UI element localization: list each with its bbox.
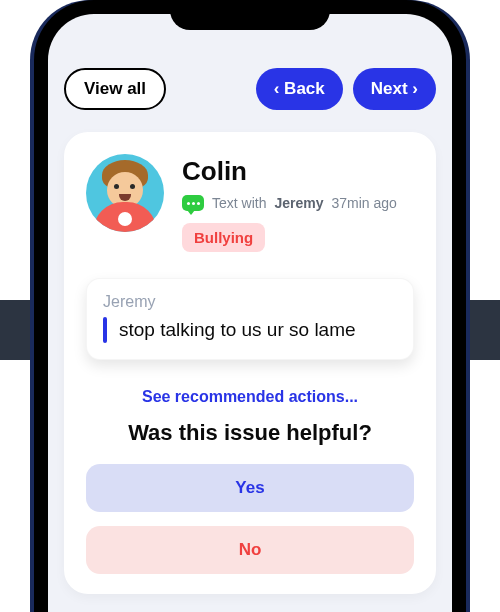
message-text: stop talking to us ur so lame bbox=[119, 317, 356, 343]
issue-header-info: Colin Text with Jeremy 37min ago Bullyin… bbox=[182, 154, 414, 252]
app-screen: View all ‹ Back Next › bbox=[48, 14, 452, 612]
chevron-left-icon: ‹ bbox=[274, 79, 284, 99]
context-prefix: Text with bbox=[212, 195, 266, 211]
recommended-actions-link[interactable]: See recommended actions... bbox=[86, 388, 414, 406]
back-button[interactable]: ‹ Back bbox=[256, 68, 343, 110]
context-row: Text with Jeremy 37min ago bbox=[182, 195, 414, 211]
context-time: 37min ago bbox=[332, 195, 397, 211]
feedback-no-button[interactable]: No bbox=[86, 526, 414, 574]
category-tag: Bullying bbox=[182, 223, 265, 252]
back-button-label: Back bbox=[284, 79, 325, 99]
chevron-right-icon: › bbox=[408, 79, 418, 99]
avatar bbox=[86, 154, 164, 232]
message-sender: Jeremy bbox=[103, 293, 397, 311]
feedback-yes-button[interactable]: Yes bbox=[86, 464, 414, 512]
next-button-label: Next bbox=[371, 79, 408, 99]
feedback-question: Was this issue helpful? bbox=[86, 420, 414, 446]
issue-card: Colin Text with Jeremy 37min ago Bullyin… bbox=[64, 132, 436, 594]
chat-icon bbox=[182, 195, 204, 211]
message-block: Jeremy stop talking to us ur so lame bbox=[86, 278, 414, 360]
view-all-button[interactable]: View all bbox=[64, 68, 166, 110]
top-bar: View all ‹ Back Next › bbox=[64, 68, 436, 110]
next-button[interactable]: Next › bbox=[353, 68, 436, 110]
quote-bar bbox=[103, 317, 107, 343]
phone-notch bbox=[170, 0, 330, 30]
issue-header: Colin Text with Jeremy 37min ago Bullyin… bbox=[86, 154, 414, 252]
phone-frame: View all ‹ Back Next › bbox=[34, 0, 466, 612]
child-name: Colin bbox=[182, 156, 414, 187]
context-contact: Jeremy bbox=[274, 195, 323, 211]
